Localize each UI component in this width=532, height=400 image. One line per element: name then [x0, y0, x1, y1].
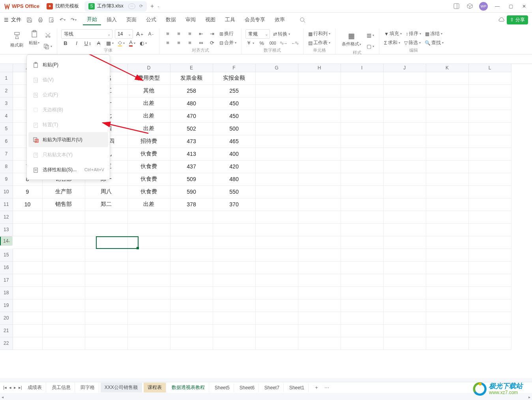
table-style-icon[interactable]: ▥▾ [366, 31, 375, 39]
cell[interactable] [341, 160, 383, 173]
cell[interactable] [468, 223, 511, 236]
new-tab-button[interactable]: ＋ [148, 2, 157, 11]
cell[interactable] [383, 223, 426, 236]
cell[interactable] [13, 249, 42, 261]
cell[interactable] [426, 148, 468, 160]
cell[interactable] [255, 110, 298, 122]
number-format-select[interactable]: 常规 [245, 29, 270, 39]
freeze-button[interactable]: ▦ 冻结▾ [424, 30, 443, 38]
sheet-tab-active[interactable]: 课程表 [144, 383, 166, 393]
cloud-icon[interactable] [497, 16, 505, 24]
cell[interactable]: 465 [213, 135, 255, 148]
cell[interactable] [426, 223, 468, 236]
cell[interactable]: 伙食费 [127, 173, 170, 185]
format-painter-button[interactable]: 格式刷 [8, 30, 26, 50]
cell[interactable] [85, 299, 127, 312]
cell[interactable] [213, 236, 255, 249]
search-icon[interactable] [298, 16, 306, 24]
cell[interactable] [170, 337, 213, 350]
cell[interactable] [85, 337, 127, 350]
cell[interactable] [127, 211, 170, 223]
cell[interactable] [468, 337, 511, 350]
cell[interactable] [13, 236, 42, 249]
cell[interactable] [341, 135, 383, 148]
cell[interactable] [383, 148, 426, 160]
cell[interactable] [170, 274, 213, 286]
cell[interactable] [383, 110, 426, 122]
font-name-select[interactable]: 等线 [61, 29, 112, 39]
cell[interactable] [213, 299, 255, 312]
cell[interactable]: 出差 [127, 198, 170, 211]
cell[interactable] [42, 261, 85, 274]
select-all-corner[interactable] [0, 64, 13, 72]
menu-data[interactable]: 数据 [162, 15, 180, 25]
cell[interactable] [170, 261, 213, 274]
cell[interactable]: 其他 [127, 84, 170, 97]
align-bottom-icon[interactable]: ≡ [185, 30, 194, 38]
cell[interactable] [426, 173, 468, 185]
cell[interactable] [298, 135, 341, 148]
cell[interactable]: 销售部 [42, 198, 85, 211]
cell[interactable]: 实报金额 [213, 72, 255, 84]
cell[interactable] [255, 185, 298, 198]
cell[interactable] [426, 84, 468, 97]
cell[interactable] [383, 299, 426, 312]
bold-button[interactable]: B [61, 39, 70, 47]
row-col-button[interactable]: ▦ 行和列▾ [307, 30, 331, 38]
cell[interactable] [341, 148, 383, 160]
cell[interactable] [426, 324, 468, 337]
add-sheet-button[interactable]: ＋ [310, 383, 323, 393]
cell[interactable] [255, 337, 298, 350]
cell[interactable] [341, 198, 383, 211]
cell[interactable] [341, 97, 383, 110]
cell[interactable]: 473 [170, 135, 213, 148]
sheet-first-icon[interactable]: |◂ [3, 385, 7, 390]
cell[interactable]: 出差 [127, 97, 170, 110]
cell[interactable] [468, 160, 511, 173]
cell[interactable] [213, 261, 255, 274]
cell[interactable] [85, 223, 127, 236]
convert-button[interactable]: ⇄ 转换▾ [272, 30, 291, 38]
row-header[interactable]: 21 [0, 324, 13, 337]
cell[interactable] [13, 324, 42, 337]
border-button[interactable]: ▦▾ [105, 39, 114, 47]
cell[interactable]: 500 [213, 122, 255, 135]
cell[interactable] [426, 299, 468, 312]
tab-refresh-icon[interactable]: ⟳ [139, 4, 143, 9]
align-top-icon[interactable]: ≡ [163, 30, 172, 38]
cell[interactable]: 9 [13, 185, 42, 198]
align-right-icon[interactable]: ≡ [185, 39, 194, 47]
cell[interactable] [426, 122, 468, 135]
cell[interactable] [170, 286, 213, 299]
cell[interactable] [468, 324, 511, 337]
menu-insert[interactable]: 插入 [103, 15, 121, 25]
row-header[interactable]: 4 [0, 110, 13, 122]
column-header[interactable]: K [426, 64, 468, 72]
cell[interactable] [85, 249, 127, 261]
cell[interactable] [127, 261, 170, 274]
cell[interactable]: 周八 [85, 185, 127, 198]
find-button[interactable]: 🔍 查找▾ [424, 39, 444, 47]
cell[interactable] [213, 274, 255, 286]
cell[interactable]: 470 [170, 110, 213, 122]
cell[interactable] [426, 274, 468, 286]
column-header[interactable]: D [127, 64, 170, 72]
cell[interactable]: 出差 [127, 110, 170, 122]
indent-inc-icon[interactable]: ⇥ [208, 30, 216, 38]
cell[interactable] [255, 160, 298, 173]
cell[interactable] [255, 299, 298, 312]
cell[interactable] [42, 299, 85, 312]
cell[interactable]: 480 [213, 173, 255, 185]
strike-button[interactable]: A [94, 39, 103, 47]
cell[interactable] [468, 211, 511, 223]
cell[interactable] [85, 286, 127, 299]
cell[interactable] [13, 223, 42, 236]
cell[interactable] [383, 173, 426, 185]
cell[interactable] [383, 236, 426, 249]
cell[interactable] [170, 223, 213, 236]
column-header[interactable]: L [468, 64, 511, 72]
cell[interactable] [383, 97, 426, 110]
cell[interactable] [298, 299, 341, 312]
cell[interactable] [85, 312, 127, 324]
cell[interactable] [42, 236, 85, 249]
